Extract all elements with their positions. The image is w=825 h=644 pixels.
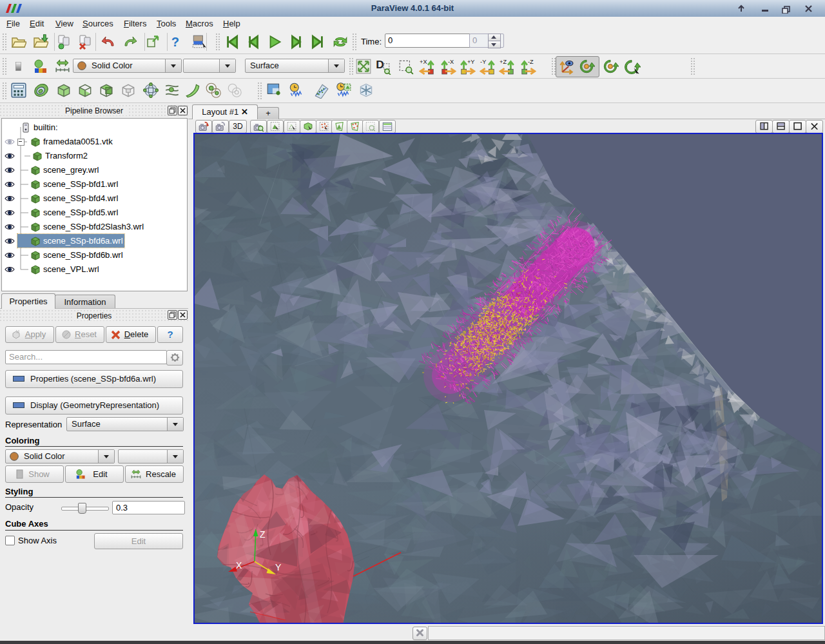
svg-text:+X: +X	[420, 59, 427, 65]
svg-text:Y: Y	[275, 562, 282, 572]
svg-text:+Y: +Y	[467, 59, 475, 65]
svg-text:X: X	[236, 560, 242, 571]
svg-text:-Y: -Y	[480, 59, 486, 65]
svg-text:-Z: -Z	[528, 59, 534, 65]
svg-text:-X: -X	[448, 59, 454, 65]
svg-text:+Z: +Z	[500, 59, 507, 65]
svg-text:D: D	[376, 58, 384, 71]
svg-text:Z: Z	[260, 529, 266, 540]
svg-text:?: ?	[171, 35, 179, 49]
